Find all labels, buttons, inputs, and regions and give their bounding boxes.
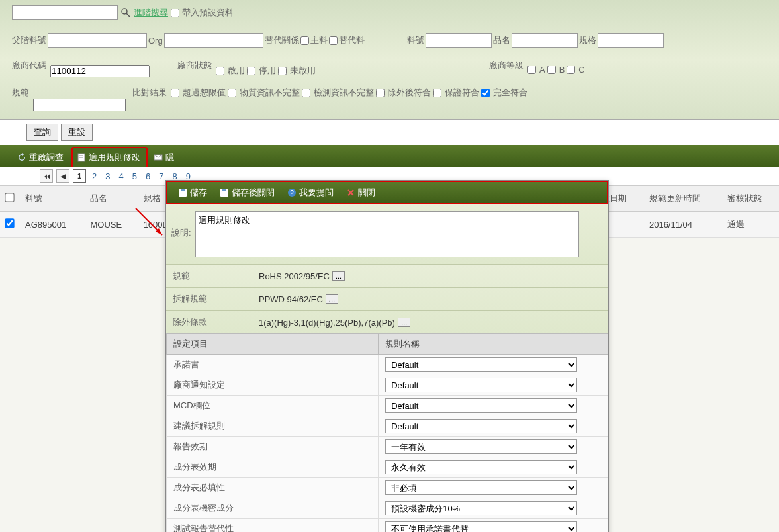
col-upd-time: 規範更新時間 [644, 186, 722, 212]
status-notenabled-label: 未啟用 [290, 65, 316, 77]
mail-icon [154, 153, 163, 162]
pager-page-6[interactable]: 6 [143, 171, 153, 181]
spec-input[interactable] [598, 33, 664, 48]
cmp3-checkbox[interactable] [302, 89, 310, 97]
norm-label: 規範 [12, 87, 29, 99]
status-enabled-checkbox[interactable] [216, 67, 224, 75]
close-label: 關閉 [358, 187, 375, 199]
row-checkbox[interactable] [5, 218, 14, 228]
preset-label: 帶入預設資料 [182, 7, 234, 19]
desc-textarea[interactable] [195, 211, 579, 238]
tab-hidden-label: 隱 [165, 152, 174, 163]
reset-button[interactable]: 重設 [61, 124, 93, 141]
cmp1-label: 超過恕限值 [183, 87, 226, 99]
cmp2-label: 物質資訊不完整 [240, 87, 300, 99]
pager-page-4[interactable]: 4 [116, 171, 126, 181]
main-label: 主料 [310, 34, 328, 46]
name-vlabel: 品名 [493, 35, 510, 46]
question-icon: ? [287, 188, 297, 197]
desc-label: 說明: [171, 227, 191, 238]
alt-rel-label: 替代關係 [265, 34, 299, 46]
vendor-grade-label: 廠商等級 [489, 60, 524, 71]
pager-prev-button[interactable]: ◀ [56, 169, 69, 183]
cmp3-label: 檢測資訊不完整 [314, 87, 374, 99]
grade-a-checkbox[interactable] [527, 66, 536, 74]
modal-toolbar: 儲存 儲存後關閉 ? 我要提問 關閉 [166, 181, 608, 204]
filter-panel: 進階搜尋 帶入預設資料 父階料號 Org 替代關係 主料 替代料 料號 品名 規… [0, 0, 779, 120]
vendor-status-label: 廠商狀態 [177, 60, 212, 71]
tab-hidden[interactable]: 隱 [150, 148, 180, 167]
pn-label: 料號 [407, 34, 424, 46]
grade-b-checkbox[interactable] [547, 66, 556, 74]
quick-search-input[interactable] [12, 5, 118, 20]
svg-text:?: ? [290, 189, 294, 197]
ask-label: 我要提問 [299, 187, 334, 199]
cell-name: MOUSE [85, 212, 138, 238]
tab-rule-edit-label: 適用規則修改 [89, 152, 140, 163]
alt-label: 替代料 [339, 34, 365, 46]
save-button[interactable]: 儲存 [173, 184, 212, 201]
query-button[interactable]: 查詢 [26, 124, 58, 141]
cmp1-checkbox[interactable] [171, 89, 179, 97]
cmp6-label: 完全符合 [493, 87, 527, 99]
cmp5-checkbox[interactable] [433, 89, 441, 97]
action-row: 查詢 重設 [0, 120, 779, 145]
rule-edit-modal: 儲存 儲存後關閉 ? 我要提問 關閉 說明: 規範 RoHS 2002/95/E… [165, 180, 609, 238]
cell-upd: 2016/11/04 [644, 212, 722, 238]
tab-reopen-label: 重啟調查 [29, 152, 64, 163]
col-status: 審核狀態 [722, 186, 779, 212]
cmp4-label: 除外後符合 [388, 87, 431, 99]
name-input[interactable] [512, 33, 578, 48]
org-input[interactable] [164, 33, 263, 48]
close-button[interactable]: 關閉 [341, 184, 381, 201]
pager-page-5[interactable]: 5 [130, 171, 140, 181]
cmp5-label: 保證符合 [445, 87, 479, 99]
document-icon [77, 153, 86, 162]
org-label: Org [148, 36, 163, 46]
pager-page-2[interactable]: 2 [89, 171, 99, 181]
preset-checkbox[interactable] [171, 9, 179, 17]
advanced-search-link[interactable]: 進階搜尋 [134, 7, 168, 19]
tab-rule-edit[interactable]: 適用規則修改 [71, 147, 148, 167]
svg-rect-11 [222, 189, 226, 191]
svg-rect-9 [181, 189, 185, 191]
alt-checkbox[interactable] [329, 36, 338, 45]
vendor-code-input[interactable] [50, 65, 150, 77]
norm-input[interactable] [33, 99, 126, 111]
select-all-checkbox[interactable] [5, 193, 14, 202]
pn-input[interactable] [426, 33, 492, 48]
save-icon [178, 188, 187, 197]
pager-page-1[interactable]: 1 [73, 169, 86, 183]
col-pn: 料號 [20, 186, 85, 212]
cmp6-checkbox[interactable] [481, 89, 490, 97]
cell-pn: AG895001 [20, 212, 85, 238]
tab-reopen[interactable]: 重啟調查 [13, 148, 69, 167]
cell-status: 通過 [722, 212, 779, 238]
save-label: 儲存 [190, 187, 207, 199]
ask-button[interactable]: ? 我要提問 [282, 184, 339, 201]
save-close-icon [220, 188, 229, 197]
col-name: 品名 [85, 186, 138, 212]
refresh-icon [17, 153, 26, 162]
close-icon [346, 188, 355, 197]
grade-c-label: C [578, 65, 584, 75]
cmp2-checkbox[interactable] [228, 89, 236, 97]
search-icon[interactable] [120, 7, 131, 18]
pager-page-3[interactable]: 3 [103, 171, 113, 181]
spec-vlabel: 規格 [579, 35, 596, 46]
vendor-code-label: 廠商代碼 [12, 60, 46, 71]
parent-pn-input[interactable] [48, 33, 147, 48]
cmp4-checkbox[interactable] [376, 89, 385, 97]
pager-first-button[interactable]: ⏮ [40, 169, 53, 183]
grade-c-checkbox[interactable] [567, 66, 575, 74]
status-notenabled-checkbox[interactable] [278, 67, 287, 75]
status-disabled-checkbox[interactable] [247, 67, 255, 75]
status-disabled-label: 停用 [259, 65, 276, 77]
main-checkbox[interactable] [300, 36, 309, 45]
status-enabled-label: 啟用 [228, 65, 245, 77]
grade-a-label: A [539, 65, 545, 75]
grade-b-label: B [559, 65, 565, 75]
save-close-button[interactable]: 儲存後關閉 [214, 184, 280, 201]
svg-line-1 [126, 13, 130, 17]
parent-pn-label: 父階料號 [12, 34, 46, 46]
